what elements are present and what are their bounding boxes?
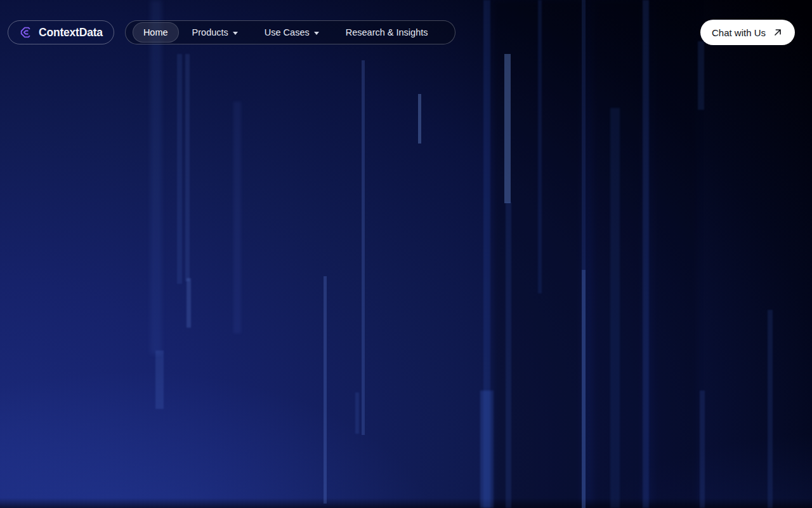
background-bar — [506, 202, 511, 508]
background-bar — [700, 391, 705, 508]
background-bar — [418, 94, 421, 144]
nav-item-products[interactable]: Products — [179, 22, 251, 43]
page: ContextData Home Products Use Cases Rese… — [0, 0, 812, 508]
top-navigation: ContextData Home Products Use Cases Rese… — [0, 0, 812, 65]
nav-item-use-cases[interactable]: Use Cases — [251, 22, 332, 43]
background-bar — [653, 0, 698, 508]
logo-text: ContextData — [39, 26, 103, 39]
nav-item-research-insights[interactable]: Research & Insights — [332, 22, 442, 43]
background-bar — [355, 392, 359, 434]
background-bar — [233, 102, 241, 333]
background-bar — [362, 60, 365, 435]
chevron-down-icon — [233, 32, 238, 35]
background-bar — [324, 276, 327, 504]
logo[interactable]: ContextData — [8, 20, 114, 44]
background-bar — [480, 391, 494, 508]
background-bar — [504, 54, 511, 203]
chevron-down-icon — [314, 32, 319, 35]
background-bar — [610, 108, 620, 508]
background-bar — [177, 54, 182, 284]
contextdata-logo-icon — [19, 25, 33, 39]
background-bar — [582, 270, 586, 508]
arrow-up-right-icon — [772, 27, 783, 38]
background-bar — [187, 278, 191, 328]
chat-button-label: Chat with Us — [712, 27, 766, 38]
nav-item-home[interactable]: Home — [133, 22, 179, 43]
background-bar — [768, 310, 773, 508]
background-bar — [643, 0, 649, 508]
nav-item-use-cases-label: Use Cases — [265, 27, 310, 37]
background-bar — [155, 351, 164, 409]
background-bar — [185, 54, 190, 281]
chat-with-us-button[interactable]: Chat with Us — [700, 20, 795, 45]
background-bars — [0, 0, 812, 508]
primary-nav: Home Products Use Cases Research & Insig… — [125, 20, 456, 44]
nav-item-research-insights-label: Research & Insights — [346, 27, 428, 37]
nav-item-products-label: Products — [192, 27, 228, 37]
